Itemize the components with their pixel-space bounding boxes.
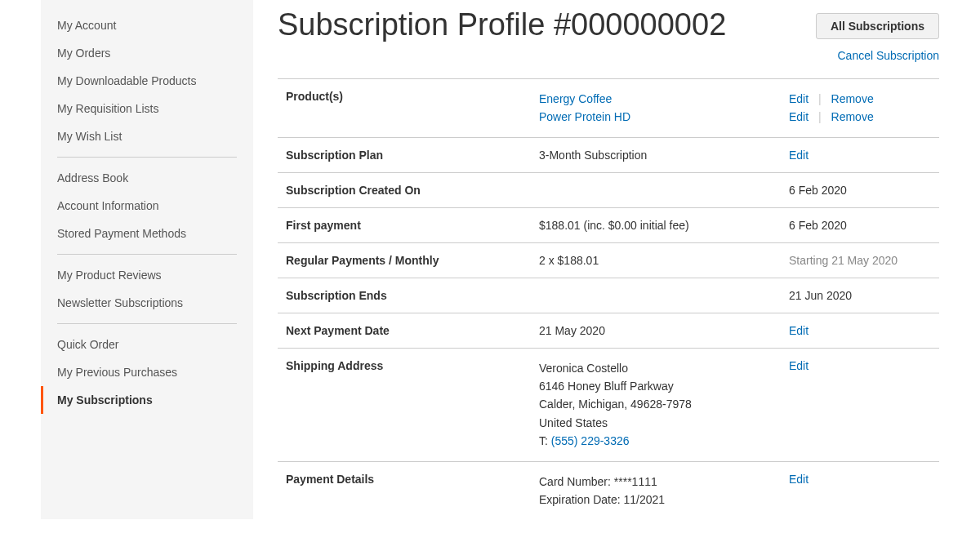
label-products: Product(s) [286,90,539,103]
subscription-details-table: Product(s) Energy Coffee Power Protein H… [278,78,939,520]
edit-product-1-link[interactable]: Edit [789,92,808,105]
row-first-payment: First payment $188.01 (inc. $0.00 initia… [278,208,939,243]
sidebar-divider [57,254,237,255]
sidebar-item-my-orders[interactable]: My Orders [57,39,237,67]
sidebar-divider [57,323,237,324]
sidebar-item-address-book[interactable]: Address Book [57,164,237,192]
row-ends: Subscription Ends 21 Jun 2020 [278,278,939,313]
page-title: Subscription Profile #000000002 [278,8,726,42]
value-next-payment: 21 May 2020 [539,324,789,337]
label-shipping: Shipping Address [286,359,539,372]
separator: | [818,110,822,123]
sidebar-item-my-account[interactable]: My Account [57,11,237,39]
edit-shipping-link[interactable]: Edit [789,359,808,372]
sidebar-item-my-subscriptions[interactable]: My Subscriptions [57,386,237,414]
value-first-payment: $188.01 (inc. $0.00 initial fee) [539,219,789,232]
shipping-street: 6146 Honey Bluff Parkway [539,377,789,395]
row-regular: Regular Payments / Monthly 2 x $188.01 S… [278,243,939,278]
starting-date: Starting 21 May 2020 [789,254,931,267]
sidebar-item-my-wish-list[interactable]: My Wish List [57,122,237,150]
active-indicator [41,386,43,414]
sidebar-item-quick-order[interactable]: Quick Order [57,331,237,358]
date-created: 6 Feb 2020 [789,184,931,197]
row-products: Product(s) Energy Coffee Power Protein H… [278,79,939,138]
sidebar-divider [57,157,237,158]
edit-next-payment-link[interactable]: Edit [789,324,808,337]
label-regular: Regular Payments / Monthly [286,254,539,267]
shipping-name: Veronica Costello [539,359,789,377]
payment-card: Card Number: ****1111 [539,473,789,491]
tel-prefix: T: [539,434,551,447]
date-first-payment: 6 Feb 2020 [789,219,931,232]
row-plan: Subscription Plan 3-Month Subscription E… [278,138,939,173]
edit-payment-link[interactable]: Edit [789,473,808,486]
remove-product-1-link[interactable]: Remove [831,92,874,105]
shipping-country: United States [539,414,789,432]
sidebar-item-my-requisition-lists[interactable]: My Requisition Lists [57,95,237,122]
sidebar-item-my-previous-purchases[interactable]: My Previous Purchases [57,358,237,386]
row-created: Subscription Created On 6 Feb 2020 [278,173,939,208]
label-first-payment: First payment [286,219,539,232]
edit-product-2-link[interactable]: Edit [789,110,808,123]
all-subscriptions-button[interactable]: All Subscriptions [816,13,939,39]
row-next-payment: Next Payment Date 21 May 2020 Edit [278,313,939,349]
product-link-energy-coffee[interactable]: Energy Coffee [539,92,612,105]
product-link-power-protein[interactable]: Power Protein HD [539,110,630,123]
shipping-tel-link[interactable]: (555) 229-3326 [551,434,630,447]
value-regular: 2 x $188.01 [539,254,789,267]
label-payment: Payment Details [286,473,539,486]
sidebar-item-newsletter-subscriptions[interactable]: Newsletter Subscriptions [57,289,237,317]
payment-exp: Expiration Date: 11/2021 [539,491,789,509]
account-sidebar: My Account My Orders My Downloadable Pro… [41,0,253,519]
date-ends: 21 Jun 2020 [789,289,931,302]
cancel-subscription-link[interactable]: Cancel Subscription [837,49,939,62]
sidebar-item-label: My Subscriptions [57,393,153,407]
label-created: Subscription Created On [286,184,539,197]
row-shipping: Shipping Address Veronica Costello 6146 … [278,349,939,462]
value-plan: 3-Month Subscription [539,149,789,162]
row-payment: Payment Details Card Number: ****1111 Ex… [278,462,939,520]
remove-product-2-link[interactable]: Remove [831,110,874,123]
edit-plan-link[interactable]: Edit [789,149,808,162]
label-ends: Subscription Ends [286,289,539,302]
sidebar-item-my-downloadable-products[interactable]: My Downloadable Products [57,67,237,95]
label-next-payment: Next Payment Date [286,324,539,337]
label-plan: Subscription Plan [286,149,539,162]
sidebar-item-account-information[interactable]: Account Information [57,192,237,220]
main-content: Subscription Profile #000000002 All Subs… [253,0,980,519]
shipping-city: Calder, Michigan, 49628-7978 [539,395,789,413]
sidebar-item-my-product-reviews[interactable]: My Product Reviews [57,261,237,289]
sidebar-item-stored-payment-methods[interactable]: Stored Payment Methods [57,220,237,247]
separator: | [818,92,822,105]
